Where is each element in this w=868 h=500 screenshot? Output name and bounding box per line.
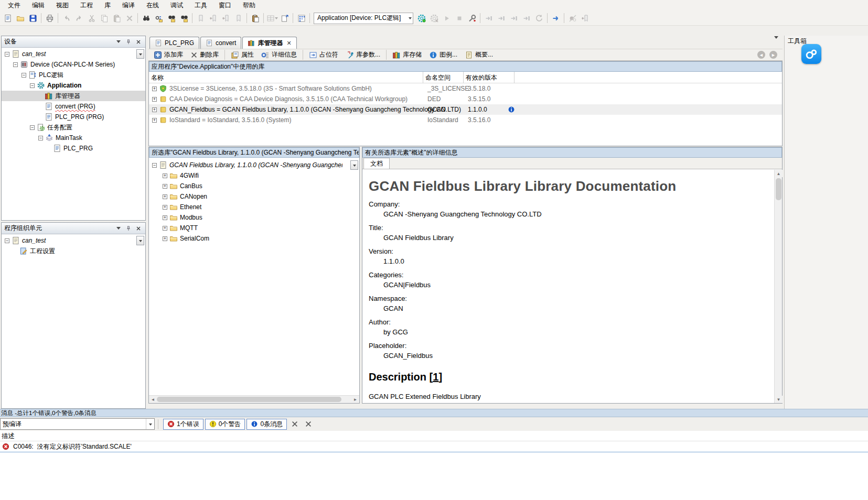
tab-convert[interactable]: convert xyxy=(200,37,241,49)
build-button[interactable] xyxy=(295,12,307,24)
clear-all-messages-button[interactable] xyxy=(303,419,314,430)
print-button[interactable] xyxy=(44,12,56,24)
edit-object-button[interactable] xyxy=(579,12,591,24)
tree-item-convert[interactable]: convert (PRG) xyxy=(2,101,145,112)
panel-pin-button[interactable] xyxy=(124,38,133,46)
run-to-cursor-button[interactable] xyxy=(520,12,532,24)
find-in-project-button[interactable] xyxy=(165,12,177,24)
errors-filter-button[interactable]: 1个错误 xyxy=(163,419,203,430)
library-version-combo[interactable] xyxy=(350,160,358,170)
expand-icon[interactable] xyxy=(152,107,157,112)
project-combo-button[interactable] xyxy=(136,49,144,59)
tree-item-application[interactable]: Application xyxy=(2,80,145,91)
undo-button[interactable] xyxy=(60,12,72,24)
error-message-row[interactable]: C0046: 没有定义标识符'Standard.SCALE' xyxy=(0,441,868,452)
expand-icon[interactable] xyxy=(163,194,167,199)
collapse-icon[interactable] xyxy=(5,52,9,57)
expand-icon[interactable] xyxy=(163,215,167,220)
tree-item-folder-ethenet[interactable]: Ethenet xyxy=(149,202,359,212)
warnings-filter-button[interactable]: 0个警告 xyxy=(205,419,245,430)
scroll-left-button[interactable]: ◄ xyxy=(149,396,157,403)
step-over-button[interactable] xyxy=(483,12,495,24)
panel-close-button[interactable] xyxy=(134,224,143,232)
legend-button[interactable]: 图例... xyxy=(426,49,460,60)
panel-menu-button[interactable] xyxy=(114,224,123,232)
menu-help[interactable]: 帮助 xyxy=(237,0,261,11)
library-row-gcan-fieldbus[interactable]: GCAN_Fieldbus = GCAN Fieldbus Library, 1… xyxy=(149,104,782,115)
save-project-button[interactable] xyxy=(27,12,39,24)
next-bookmark-button[interactable] xyxy=(220,12,232,24)
redo-button[interactable] xyxy=(73,12,85,24)
prev-bookmark-button[interactable] xyxy=(207,12,219,24)
toggle-bookmark-button[interactable] xyxy=(195,12,207,24)
vertical-scrollbar[interactable]: ▲ ▼ xyxy=(774,170,782,403)
reset-button[interactable] xyxy=(533,12,545,24)
menu-edit[interactable]: 编辑 xyxy=(26,0,50,11)
menu-debug[interactable]: 调试 xyxy=(165,0,189,11)
tree-item-plc-logic[interactable]: PLC逻辑 xyxy=(2,70,145,80)
menu-build[interactable]: 编译 xyxy=(116,0,141,11)
collapse-icon[interactable] xyxy=(30,83,35,88)
messages-filter-button[interactable]: 0条消息 xyxy=(247,419,287,430)
combo-dropdown-button[interactable] xyxy=(146,419,154,429)
tree-item-project[interactable]: can_test xyxy=(2,235,145,246)
library-row-caa-diagnosis[interactable]: CAA Device Diagnosis = CAA Device Diagno… xyxy=(149,94,782,104)
netdisk-overlay-button[interactable] xyxy=(801,44,821,64)
scroll-right-button[interactable]: ► xyxy=(351,396,359,403)
tree-item-folder-modbus[interactable]: Modbus xyxy=(149,212,359,223)
collapse-icon[interactable] xyxy=(38,136,43,140)
delete-button[interactable] xyxy=(123,12,135,24)
details-button[interactable]: 详细信息 xyxy=(258,49,300,60)
panel-close-button[interactable] xyxy=(134,38,143,46)
column-version[interactable]: 有效的版本 xyxy=(464,72,515,83)
description-column-header[interactable]: 描述 xyxy=(0,431,868,441)
expand-icon[interactable] xyxy=(163,184,167,189)
paste-button[interactable] xyxy=(111,12,123,24)
logout-button[interactable] xyxy=(428,12,440,24)
copy-button[interactable] xyxy=(98,12,110,24)
tab-close-button[interactable]: ✕ xyxy=(286,40,291,47)
stop-button[interactable] xyxy=(453,12,465,24)
collapse-icon[interactable] xyxy=(5,238,9,243)
menu-view[interactable]: 视图 xyxy=(50,0,74,11)
tree-item-folder-serialcom[interactable]: SerialCom xyxy=(149,233,359,244)
tree-item-folder-4gwifi[interactable]: 4GWifi xyxy=(149,170,359,181)
toggle-breakpoint-button[interactable] xyxy=(566,12,578,24)
tree-item-library-manager[interactable]: 库管理器 xyxy=(2,91,145,101)
open-project-button[interactable] xyxy=(14,12,26,24)
tab-overflow-button[interactable] xyxy=(774,39,778,46)
tree-item-project-settings[interactable]: 工程设置 xyxy=(2,246,145,256)
tab-documentation[interactable]: 文档 xyxy=(363,158,390,169)
add-library-button[interactable]: 添加库 xyxy=(151,49,186,60)
tree-item-device[interactable]: Device (GCAN-PLC-M Series) xyxy=(2,59,145,70)
new-project-button[interactable] xyxy=(2,12,14,24)
horizontal-scrollbar[interactable]: ◄ ► xyxy=(149,395,359,403)
flow-control-button[interactable] xyxy=(550,12,562,24)
expand-icon[interactable] xyxy=(152,86,157,91)
tree-item-library-root[interactable]: GCAN Fieldbus Library, 1.1.0.0 (GCAN -Sh… xyxy=(149,160,359,170)
panel-menu-button[interactable] xyxy=(114,38,123,46)
step-out-button[interactable] xyxy=(508,12,520,24)
forward-button[interactable]: ► xyxy=(769,51,777,59)
expand-icon[interactable] xyxy=(163,173,167,178)
tab-plc-prg[interactable]: PLC_PRG xyxy=(149,37,199,49)
menu-project[interactable]: 工程 xyxy=(74,0,99,11)
new-window-button[interactable] xyxy=(278,12,291,24)
panel-pin-button[interactable] xyxy=(124,224,133,232)
tab-library-manager[interactable]: 库管理器 ✕ xyxy=(242,37,296,49)
scrollbar-thumb[interactable] xyxy=(776,178,781,200)
expand-icon[interactable] xyxy=(163,226,167,231)
collapse-icon[interactable] xyxy=(152,163,157,168)
message-category-combo[interactable]: 预编译 xyxy=(0,418,155,430)
active-application-combo[interactable]: Application [Device: PLC逻辑] xyxy=(314,13,413,24)
tree-item-folder-mqtt[interactable]: MQTT xyxy=(149,223,359,233)
tree-item-project[interactable]: can_test xyxy=(2,49,145,59)
menu-window[interactable]: 窗口 xyxy=(213,0,237,11)
expand-icon[interactable] xyxy=(152,97,157,102)
clear-bookmarks-button[interactable] xyxy=(232,12,244,24)
project-combo-button[interactable] xyxy=(136,236,144,245)
scroll-up-button[interactable]: ▲ xyxy=(775,170,783,177)
library-row-iostandard[interactable]: IoStandard = IoStandard, 3.5.16.0 (Syste… xyxy=(149,115,782,125)
tree-item-maintask[interactable]: MainTask xyxy=(2,133,145,143)
replace-in-project-button[interactable] xyxy=(178,12,190,24)
